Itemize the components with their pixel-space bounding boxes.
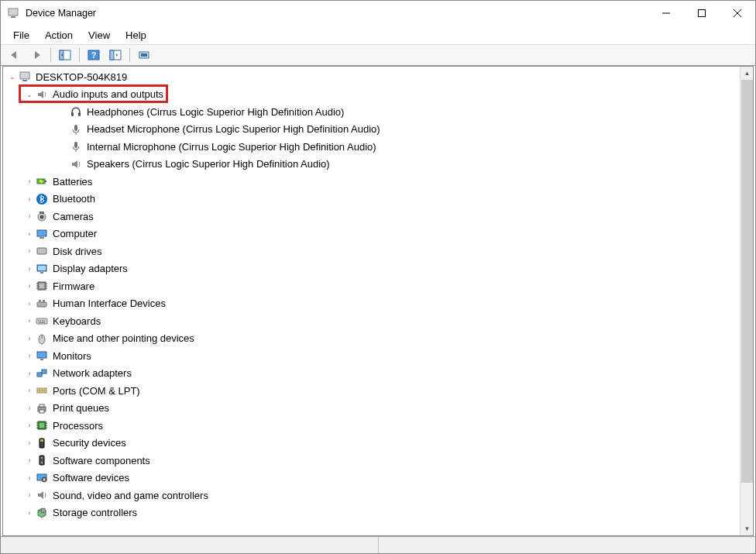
toolbar-forward-button[interactable] [27,46,46,64]
chevron-right-icon[interactable]: › [25,456,34,464]
svg-point-78 [41,462,43,463]
svg-rect-67 [40,423,44,428]
chevron-right-icon[interactable]: › [25,509,34,517]
scroll-up-button[interactable]: ▲ [741,67,754,80]
svg-rect-47 [38,320,40,322]
tree-category[interactable]: › Software components [3,452,740,470]
network-icon [36,367,48,380]
tree-category[interactable]: › Security devices [3,435,740,452]
scroll-thumb[interactable] [741,80,753,483]
tree-category[interactable]: › Display adapters [3,260,740,278]
chevron-right-icon[interactable]: › [25,474,34,482]
chevron-right-icon[interactable]: › [25,195,34,203]
software-component-icon [36,454,48,466]
svg-rect-64 [40,404,44,407]
computer-root-icon [19,71,31,83]
tree-category[interactable]: › Software devices [3,470,740,487]
tree-category[interactable]: › Human Interface Devices [3,295,740,313]
chevron-right-icon[interactable]: › [25,491,34,499]
chevron-right-icon[interactable]: › [25,177,34,185]
tree-device[interactable]: Headphones (Cirrus Logic Superior High D… [3,103,740,121]
chevron-right-icon[interactable]: › [25,282,34,290]
chevron-down-icon[interactable]: ⌄ [25,91,34,98]
menu-file[interactable]: File [5,28,37,43]
tree-category[interactable]: › Mice and other pointing devices [3,330,740,348]
device-tree[interactable]: ⌄ DESKTOP-504K819 ⌄ Audio inputs and out… [3,67,740,535]
svg-rect-0 [9,9,18,15]
mouse-icon [36,332,48,345]
svg-rect-43 [37,302,46,307]
menu-action[interactable]: Action [37,28,81,43]
tree-category[interactable]: › Network adapters [3,365,740,383]
toolbar-help-button[interactable]: ? [84,46,103,64]
minimize-button[interactable] [648,1,684,26]
tree-device-label: Speakers (Cirrus Logic Superior High Def… [87,158,330,170]
tree-category[interactable]: › Print queues [3,400,740,418]
vertical-scrollbar[interactable]: ▲ ▼ [740,67,753,535]
svg-point-81 [43,479,45,480]
chevron-right-icon[interactable]: › [25,230,34,238]
monitor-icon [36,349,48,362]
tree-category[interactable]: › Batteries [3,173,740,191]
tree-category[interactable]: › Computer [3,225,740,243]
tree-category[interactable]: › Firmware [3,277,740,295]
tree-category-label: Ports (COM & LPT) [53,385,140,397]
hid-icon [36,298,48,310]
scroll-down-button[interactable]: ▼ [741,522,754,535]
tree-category[interactable]: › Disk drives [3,243,740,260]
chevron-right-icon[interactable]: › [25,335,34,342]
chevron-right-icon[interactable]: › [25,439,34,447]
toolbar-properties-button[interactable] [106,46,125,64]
tree-category[interactable]: › Storage controllers [3,504,740,522]
tree-category[interactable]: › Sound, video and game controllers [3,487,740,504]
tree-category[interactable]: ⌄ Audio inputs and outputs [3,86,740,104]
chevron-right-icon[interactable]: › [25,404,34,412]
chevron-down-icon[interactable]: ⌄ [8,73,17,81]
toolbar-back-button[interactable] [5,46,24,64]
tree-category-label: Mice and other pointing devices [53,332,194,344]
content-pane: ⌄ DESKTOP-504K819 ⌄ Audio inputs and out… [2,66,754,536]
tree-category[interactable]: › Ports (COM & LPT) [3,382,740,400]
menu-help[interactable]: Help [118,28,154,43]
close-button[interactable] [720,1,755,26]
tree-root[interactable]: ⌄ DESKTOP-504K819 [3,68,740,86]
tree-device[interactable]: Speakers (Cirrus Logic Superior High Def… [3,156,740,174]
tree-category-label: Audio inputs and outputs [53,88,163,100]
toolbar-tree-button[interactable] [56,46,74,64]
chevron-right-icon[interactable]: › [25,370,34,377]
maximize-button[interactable] [684,1,720,26]
keyboard-icon [36,315,48,327]
status-cell-1 [1,537,379,554]
svg-text:?: ? [91,51,96,60]
tree-category-label: Software components [53,455,150,466]
titlebar: Device Manager [1,1,755,26]
chevron-right-icon[interactable]: › [25,247,34,255]
svg-rect-1 [11,16,15,18]
svg-rect-75 [40,439,43,442]
tree-category-label: Storage controllers [53,507,137,518]
toolbar: ? [1,44,755,66]
tree-category[interactable]: › Monitors [3,347,740,365]
tree-device[interactable]: Internal Microphone (Cirrus Logic Superi… [3,138,740,156]
svg-rect-17 [78,112,81,116]
chevron-right-icon[interactable]: › [25,387,34,394]
tree-category[interactable]: › Processors [3,417,740,435]
software-device-icon [36,472,48,484]
tree-category[interactable]: › Bluetooth [3,191,740,208]
chevron-right-icon[interactable]: › [25,422,34,429]
chevron-right-icon[interactable]: › [25,300,34,308]
menu-view[interactable]: View [81,28,118,43]
chevron-right-icon[interactable]: › [25,212,34,220]
chevron-right-icon[interactable]: › [25,265,34,273]
speaker-icon [70,158,82,170]
tree-category[interactable]: › Cameras [3,208,740,225]
svg-rect-29 [40,237,44,239]
chevron-right-icon[interactable]: › [25,352,34,360]
menubar: File Action View Help [1,26,755,44]
tree-category-label: Security devices [53,437,126,449]
chevron-right-icon[interactable]: › [25,317,34,325]
tree-device[interactable]: Headset Microphone (Cirrus Logic Superio… [3,121,740,139]
toolbar-separator [79,48,80,62]
tree-category[interactable]: › Keyboards [3,312,740,330]
toolbar-scan-button[interactable] [135,46,153,64]
